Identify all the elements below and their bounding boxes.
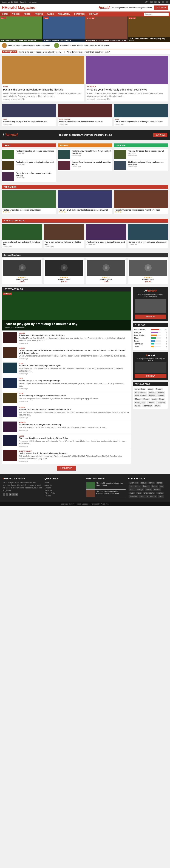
breaking-item-1[interactable]: What do your friends really think about … [67, 51, 110, 53]
footer-facebook-icon[interactable]: f [3, 493, 5, 496]
tag-13[interactable]: Photography [134, 401, 146, 404]
footer-tag-8[interactable]: humor [129, 488, 136, 491]
footer-tag-6[interactable]: fitness [151, 485, 158, 488]
ad-banner-button[interactable]: BUY NOW [153, 133, 167, 137]
tag-16[interactable]: Sports [134, 404, 141, 407]
product-3[interactable]: ★★★★☆ Woo Album #3 $19.99 [128, 258, 168, 284]
footer-popular-1[interactable]: The only Christmas dinner reasons you wi… [87, 490, 126, 498]
tag-14[interactable]: Science [147, 401, 156, 404]
popular-item-1[interactable]: This is how coffee can help you predict … [44, 224, 84, 248]
products-nav[interactable]: ← → [162, 254, 166, 256]
tag-15[interactable]: Shopping [156, 401, 166, 404]
footer-tag-5[interactable]: fashion [142, 485, 150, 488]
ranked-item-0[interactable]: The top 10 traveling taboos you should b… [2, 190, 56, 214]
tag-12[interactable]: News [158, 398, 165, 400]
search-input[interactable] [144, 12, 169, 16]
nav-videos[interactable]: VIDEOS [10, 11, 22, 17]
popular-item-0[interactable]: Learn to play golf by practicing 15 minu… [2, 224, 42, 248]
big-article-1[interactable]: LIFESTYLE What do your friends really th… [86, 56, 168, 101]
footer-tag-14[interactable]: photography [143, 492, 155, 494]
tag-2[interactable]: Career [155, 388, 163, 390]
ranked-item-2[interactable]: The only Christmas dinner reasons you wi… [114, 190, 168, 214]
footer-pinterest-icon[interactable]: p [12, 493, 15, 496]
popular-item-2[interactable]: The beginner's guide to buying the right… [86, 224, 126, 248]
twitter-icon[interactable]: t [154, 1, 157, 3]
nav-pricing[interactable]: PRICING [33, 11, 45, 17]
footer-tag-1[interactable]: beauty [140, 482, 147, 484]
tag-6[interactable]: Food & Drinks [134, 395, 147, 397]
ranked-item-1[interactable]: This article will make your backstage ex… [58, 190, 112, 214]
footer-tag-15[interactable]: science [156, 492, 164, 494]
tag-4[interactable]: Fashion [148, 391, 157, 394]
latest-article-1[interactable]: COFFEE Cronut when mustache Kickstarter … [2, 346, 131, 361]
advertise-link[interactable]: Advertise [29, 1, 37, 3]
author-item-0[interactable]: Add some F flair to your relationship go… [2, 43, 50, 48]
latest-article-6[interactable]: FITNESS 10 ultimate tips to lift weight … [2, 420, 131, 434]
google-plus-icon[interactable]: g [158, 1, 161, 3]
product-1[interactable]: ★★★★★ Woo Album #4 $14.99 [44, 258, 84, 284]
site-logo[interactable]: HHerald Magazine [2, 5, 35, 10]
trend-item-2[interactable]: This is the best coffee you can have for… [2, 171, 56, 182]
footer-google-icon[interactable]: g [9, 493, 11, 496]
sidebar-promo-button[interactable]: BUY NOW [135, 374, 166, 378]
thumb-article-0[interactable]: MUSIC Start recording file a pro with th… [2, 104, 56, 126]
sidebar-ad-button[interactable]: BUY NOW [135, 314, 166, 319]
tag-10[interactable]: Movies [142, 398, 150, 400]
breaking-item-0[interactable]: Pasta is the secret ingredient for a hea… [19, 51, 63, 53]
latest-article-2[interactable]: YOGA It's time to fall in love with yoga… [2, 361, 131, 376]
latest-article-8[interactable]: ENTERTAINMENT Having a great time in the… [2, 449, 131, 464]
facebook-icon[interactable]: f [150, 1, 152, 3]
featured-item-3[interactable]: SPORTS Little known facts about football… [128, 17, 170, 42]
cat-bar-4[interactable]: Sports 5 [134, 340, 167, 342]
tag-0[interactable]: Automobiles [134, 388, 146, 390]
footer-tag-18[interactable]: technology [146, 495, 157, 498]
footer-tag-4[interactable]: entertainment [129, 485, 141, 488]
tag-18[interactable]: Travel [154, 404, 161, 407]
footer-tag-0[interactable]: automobile [129, 482, 139, 484]
latest-article-4[interactable]: FOOD 11 reasons why making your own food… [2, 391, 131, 405]
popular-week-nav[interactable]: ← → [162, 220, 166, 222]
footer-tag-19[interactable]: travel [158, 495, 164, 498]
footer-tag-12[interactable]: music [129, 492, 135, 494]
pinterest-icon[interactable]: p [162, 1, 164, 3]
latest-article-3[interactable]: TECH Tablets are great for early morning… [2, 376, 131, 391]
nav-features[interactable]: FEATURES [72, 11, 87, 17]
featured-item-1[interactable]: FOOD Grandma's special blueberry pie [43, 17, 85, 42]
featured-item-2[interactable]: LIFESTYLE Everything you ever need to kn… [85, 17, 128, 42]
footer-tag-9[interactable]: lifestyle [136, 488, 144, 491]
subscribe-link[interactable]: Subscribe [20, 1, 28, 3]
trend-item-0[interactable]: The top 10 traveling taboos you should b… [2, 149, 56, 160]
latest-article-0[interactable]: COFFEE This is how coffee can help you p… [2, 331, 131, 346]
tag-3[interactable]: Entertainment [134, 391, 147, 394]
latest-article-5[interactable]: GAMING Warning: you may be missing out o… [2, 405, 131, 420]
nav-contact[interactable]: CONTACT [87, 11, 100, 17]
footer-link-5[interactable]: Sitemap [44, 494, 83, 497]
cat-bar-3[interactable]: Music 6 [134, 337, 167, 339]
featured-item-0[interactable]: FOOD The sweetest way to make recipe cre… [0, 17, 42, 42]
footer-tag-11[interactable]: movies [153, 488, 161, 491]
tag-1[interactable]: Beauty [147, 388, 155, 390]
footer-link-0[interactable]: Home [44, 481, 83, 484]
product-2[interactable]: ★★★☆☆ Woo Single #1 $7.99 [86, 258, 126, 284]
footer-twitter-icon[interactable]: t [6, 493, 8, 496]
tag-5[interactable]: Fitness [157, 391, 165, 394]
big-article-0[interactable]: FOOD Pasta is the secret ingredient for … [2, 56, 84, 101]
footer-link-3[interactable]: Advertise [44, 489, 83, 492]
footer-tag-3[interactable]: coffee [156, 482, 163, 484]
footer-rss-icon[interactable]: r [15, 493, 18, 496]
latest-article-7[interactable]: MUSIC Start recording like a pro with th… [2, 434, 131, 449]
tag-9[interactable]: Money [134, 398, 142, 400]
thumb-article-2[interactable]: MUSIC The 10 interesting benefits of lis… [114, 104, 168, 126]
cat-bar-2[interactable]: Food & Drinks 7 [134, 334, 167, 336]
fashion-item-1[interactable]: Have coffee with me and we can talk abou… [58, 160, 112, 171]
cooking-item-1[interactable]: 30 ultimate recipes will help you become… [114, 160, 168, 171]
footer-tag-17[interactable]: sports [138, 495, 145, 498]
top-ranked-nav[interactable]: ← → [162, 186, 166, 188]
nav-mega-menu[interactable]: MEGA MENU [56, 11, 72, 17]
tag-17[interactable]: Technology [142, 404, 154, 407]
footer-tag-2[interactable]: career [148, 482, 155, 484]
product-0[interactable]: ★★★★☆ Woo Single #2 $9.99 [2, 258, 42, 284]
header-buy-button[interactable]: BUY NOW [154, 5, 168, 10]
cat-bar-0[interactable]: Entertainment 10 [134, 329, 167, 331]
popular-item-3[interactable]: It's time to fall in love with yoga all … [128, 224, 168, 248]
